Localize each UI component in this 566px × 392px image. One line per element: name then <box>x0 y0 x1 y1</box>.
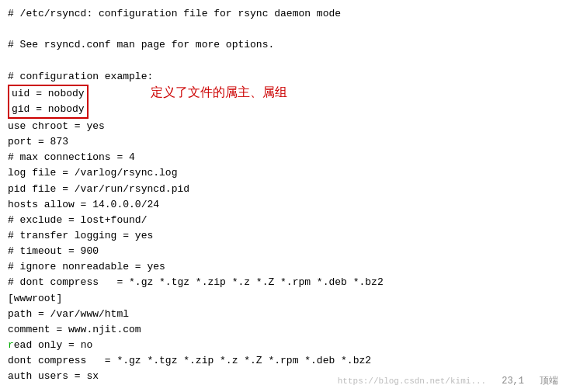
line-11: log file = /varlog/rsync.log <box>8 165 558 181</box>
line-23: dont compress = *.gz *.tgz *.zip *.z *.Z… <box>8 353 558 369</box>
top-label: 顶端 <box>540 374 558 387</box>
gid-line: gid = nobody <box>9 102 87 117</box>
line-15: # transfer logging = yes <box>8 228 558 244</box>
cursor-position: 23,1 <box>502 376 524 387</box>
line-1: # /etc/rsyncd: configuration file for rs… <box>8 6 558 22</box>
line-21: comment = www.njit.com <box>8 322 558 338</box>
line-22: read only = no <box>8 338 558 353</box>
line-17: # ignore nonreadable = yes <box>8 259 558 275</box>
line-19: [wwwroot] <box>8 291 558 307</box>
line-12: pid file = /var/run/rsyncd.pid <box>8 182 558 197</box>
line-20: path = /var/www/html <box>8 307 558 322</box>
line-3: # See rsyncd.conf man page for more opti… <box>8 37 558 53</box>
line-13: hosts allow = 14.0.0.0/24 <box>8 197 558 213</box>
watermark-text: https://blog.csdn.net/kimi... <box>338 376 486 386</box>
line-5: # configuration example: <box>8 69 558 85</box>
line-empty-2 <box>8 53 558 68</box>
line-14: # exclude = lost+found/ <box>8 213 558 228</box>
annotation: 定义了文件的属主、属组 <box>151 85 287 101</box>
green-r-char: r <box>8 339 14 351</box>
editor-container: # /etc/rsyncd: configuration file for rs… <box>0 0 566 392</box>
uid-line: uid = nobody <box>9 86 87 102</box>
line-9: port = 873 <box>8 134 558 150</box>
line-16: # timeout = 900 <box>8 244 558 259</box>
line-22-rest: ead only = no <box>14 339 92 351</box>
uid-gid-annotation-row: uid = nobody gid = nobody 定义了文件的属主、属组 <box>8 85 558 119</box>
uid-gid-block: uid = nobody gid = nobody <box>8 85 89 119</box>
line-10: # max connections = 4 <box>8 150 558 165</box>
line-18: # dont compress = *.gz *.tgz *.zip *.z *… <box>8 275 558 290</box>
bottom-bar: https://blog.csdn.net/kimi... 23,1 顶端 <box>338 374 558 387</box>
line-empty-1 <box>8 22 558 37</box>
line-8: use chroot = yes <box>8 119 558 134</box>
